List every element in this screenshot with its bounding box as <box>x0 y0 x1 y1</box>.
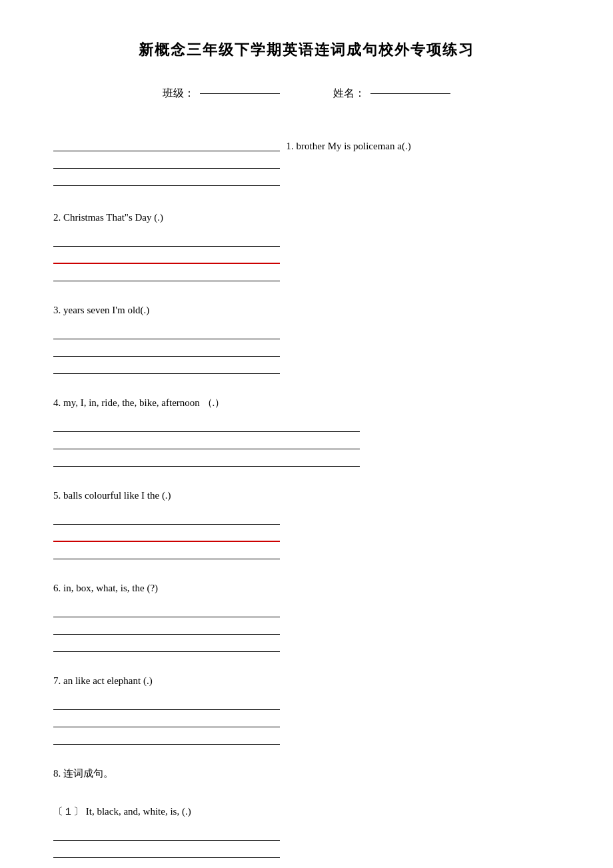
q1-number: 1. <box>287 141 294 151</box>
q8-header-prompt: 8. 连词成句。 <box>53 765 560 783</box>
q5-text: balls colourful like I the (.) <box>63 490 171 501</box>
answer-line[interactable] <box>53 730 280 745</box>
q8-1-prompt: 〔１〕 It, black, and, white, is, (.) <box>53 803 560 821</box>
q4-block: 4. my, I, in, ride, the, bike, afternoon… <box>53 394 560 467</box>
q5-block: 5. balls colourful like I the (.) <box>53 487 560 559</box>
q4-number: 4. <box>53 397 61 408</box>
q8-1-block: 〔１〕 It, black, and, white, is, (.) <box>53 803 560 868</box>
q2-text: Christmas That"s Day (.) <box>63 212 163 223</box>
answer-line[interactable] <box>53 267 280 281</box>
answer-line-red[interactable] <box>53 527 280 542</box>
answer-line[interactable] <box>53 171 280 186</box>
q2-block: 2. Christmas That"s Day (.) <box>53 209 560 281</box>
answer-line[interactable] <box>53 232 280 247</box>
q6-number: 6. <box>53 583 61 593</box>
answer-line[interactable] <box>53 603 280 617</box>
q2-prompt: 2. Christmas That"s Day (.) <box>53 209 560 227</box>
answer-line-red[interactable] <box>53 249 280 264</box>
q6-lines <box>53 603 560 652</box>
answer-line[interactable] <box>53 620 280 635</box>
q7-prompt: 7. an like act elephant (.) <box>53 672 560 690</box>
answer-line[interactable] <box>53 325 280 339</box>
q5-number: 5. <box>53 490 61 501</box>
answer-line[interactable] <box>53 452 360 467</box>
q5-prompt: 5. balls colourful like I the (.) <box>53 487 560 505</box>
q1-text: brother My is policeman a(.) <box>297 141 411 151</box>
q1-lines <box>53 137 266 186</box>
q8-header-text: 连词成句。 <box>63 768 113 779</box>
q6-prompt: 6. in, box, what, is, the (?) <box>53 579 560 597</box>
q6-block: 6. in, box, what, is, the (?) <box>53 579 560 652</box>
answer-line[interactable] <box>53 342 280 357</box>
answer-line[interactable] <box>53 637 280 652</box>
page-title: 新概念三年级下学期英语连词成句校外专项练习 <box>53 40 560 60</box>
q8-1-text: It, black, and, white, is, (.) <box>86 806 191 817</box>
q1-prompt-area: 1. brother My is policeman a(.) <box>287 134 560 152</box>
name-label: 姓名： <box>333 87 365 101</box>
q3-text: years seven I'm old(.) <box>63 305 149 315</box>
q1-block: 1. brother My is policeman a(.) <box>53 134 560 189</box>
info-row: 班级： 姓名： <box>53 87 560 101</box>
q8-number: 8. <box>53 768 61 779</box>
q4-text: my, I, in, ride, the, bike, afternoon （.… <box>63 397 225 408</box>
q7-number: 7. <box>53 675 61 686</box>
answer-line[interactable] <box>53 713 280 727</box>
q3-lines <box>53 325 560 374</box>
q4-prompt: 4. my, I, in, ride, the, bike, afternoon… <box>53 394 560 412</box>
answer-line[interactable] <box>53 510 280 525</box>
q6-text: in, box, what, is, the (?) <box>63 583 158 593</box>
answer-line[interactable] <box>53 417 360 432</box>
q3-block: 3. years seven I'm old(.) <box>53 301 560 374</box>
q3-number: 3. <box>53 305 61 315</box>
q4-lines <box>53 417 560 467</box>
answer-line[interactable] <box>53 359 280 374</box>
q1-answer-area <box>53 134 266 189</box>
q5-lines <box>53 510 560 559</box>
name-info: 姓名： <box>333 87 450 101</box>
answer-line[interactable] <box>53 137 280 151</box>
q8-1-sub: 〔１〕 <box>53 806 83 817</box>
q1-prompt: 1. brother My is policeman a(.) <box>287 134 560 152</box>
name-line[interactable] <box>370 93 450 94</box>
class-label: 班级： <box>163 87 195 101</box>
answer-line[interactable] <box>53 545 280 559</box>
q7-lines <box>53 695 560 745</box>
class-line[interactable] <box>200 93 280 94</box>
class-info: 班级： <box>163 87 280 101</box>
q7-block: 7. an like act elephant (.) <box>53 672 560 745</box>
q7-text: an like act elephant (.) <box>63 675 153 686</box>
q8-1-lines <box>53 826 560 868</box>
q3-prompt: 3. years seven I'm old(.) <box>53 301 560 319</box>
answer-line[interactable] <box>53 843 280 858</box>
answer-line[interactable] <box>53 861 280 868</box>
answer-line[interactable] <box>53 154 280 169</box>
answer-line[interactable] <box>53 826 280 841</box>
q8-header-block: 8. 连词成句。 <box>53 765 560 783</box>
answer-line[interactable] <box>53 435 360 449</box>
q2-number: 2. <box>53 212 61 223</box>
answer-line[interactable] <box>53 695 280 710</box>
q2-lines <box>53 232 560 281</box>
